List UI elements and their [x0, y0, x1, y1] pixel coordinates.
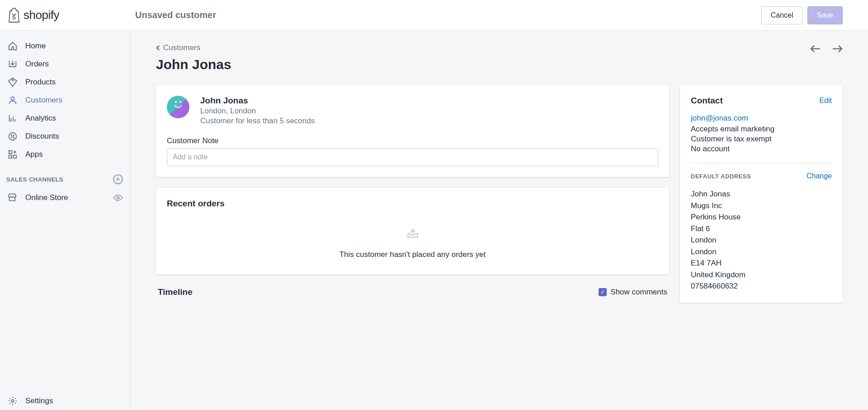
note-section: Customer Note — [156, 136, 669, 177]
shopify-bag-icon: S — [7, 8, 21, 23]
cancel-button[interactable]: Cancel — [761, 6, 803, 24]
change-address-button[interactable]: Change — [807, 172, 832, 180]
address-name: John Jonas — [691, 188, 832, 200]
avatar — [167, 96, 189, 118]
settings-icon — [7, 396, 18, 406]
recent-orders-title: Recent orders — [167, 199, 658, 209]
analytics-icon — [7, 113, 18, 124]
address-label: DEFAULT ADDRESS — [691, 173, 751, 180]
chevron-left-icon — [156, 45, 160, 51]
sidebar-item-analytics[interactable]: Analytics — [0, 109, 130, 127]
discounts-icon — [7, 131, 18, 142]
page-nav-arrows — [810, 43, 843, 56]
logo-text: shopify — [24, 8, 59, 22]
svg-rect-6 — [9, 151, 12, 154]
products-icon — [7, 77, 18, 88]
address-region: London — [691, 246, 832, 258]
contact-tax: Customer is tax exempt — [691, 135, 832, 144]
sidebar-item-orders[interactable]: Orders — [0, 55, 130, 73]
sidebar-item-settings[interactable]: Settings — [0, 392, 130, 410]
breadcrumb-label: Customers — [163, 43, 200, 52]
customer-info: John Jonas London, London Customer for l… — [200, 96, 315, 126]
sidebar-item-apps[interactable]: Apps — [0, 145, 130, 163]
content-grid: John Jonas London, London Customer for l… — [156, 85, 843, 303]
timeline-header: Timeline ✓ Show comments — [156, 287, 669, 297]
sidebar-item-label: Home — [25, 42, 46, 51]
svg-point-11 — [175, 102, 176, 102]
orders-icon — [7, 59, 18, 70]
svg-point-12 — [180, 102, 181, 102]
address-company: Mugs Inc — [691, 200, 832, 212]
address-line2: Flat 6 — [691, 223, 832, 235]
svg-text:S: S — [12, 14, 16, 21]
page-status-title: Unsaved customer — [135, 10, 216, 20]
customer-summary-card: John Jonas London, London Customer for l… — [156, 85, 669, 177]
show-comments-checkbox[interactable]: ✓ — [599, 288, 607, 296]
timeline-title: Timeline — [158, 287, 193, 297]
sidebar-item-label: Customers — [25, 96, 62, 105]
logo-section: S shopify — [7, 8, 131, 23]
customer-location: London, London — [200, 107, 315, 116]
apps-icon — [7, 149, 18, 160]
note-label: Customer Note — [167, 136, 658, 145]
sidebar-item-home[interactable]: Home — [0, 37, 130, 55]
edit-contact-button[interactable]: Edit — [819, 97, 832, 105]
customer-duration: Customer for less than 5 seconds — [200, 116, 315, 126]
contact-title: Contact — [691, 96, 723, 106]
sidebar-item-label: Apps — [25, 150, 43, 159]
topbar: S shopify Unsaved customer Cancel Save — [0, 0, 868, 31]
svg-point-1 — [12, 79, 14, 81]
channel-label: Online Store — [25, 193, 68, 202]
sidebar-item-label: Analytics — [25, 114, 56, 123]
sidebar-item-customers[interactable]: Customers — [0, 91, 130, 109]
next-customer-button[interactable] — [832, 43, 843, 56]
channel-online-store[interactable]: Online Store — [0, 189, 130, 207]
svg-point-2 — [11, 97, 14, 100]
contact-card: Contact Edit john@jonas.com Accepts emai… — [680, 85, 843, 303]
sidebar-item-label: Discounts — [25, 132, 59, 141]
page-header: Customers John Jonas — [156, 43, 843, 72]
customers-icon — [7, 95, 18, 106]
contact-marketing: Accepts email marketing — [691, 125, 832, 134]
sidebar: Home Orders Products Customers — [0, 31, 131, 410]
svg-point-9 — [117, 196, 119, 199]
show-comments-toggle[interactable]: ✓ Show comments — [599, 288, 667, 297]
prev-customer-button[interactable] — [810, 43, 821, 56]
shopify-logo[interactable]: S shopify — [7, 8, 59, 23]
main-content: Customers John Jonas — [131, 31, 868, 410]
store-icon — [7, 192, 18, 203]
sidebar-item-label: Orders — [25, 60, 49, 69]
customer-header: John Jonas London, London Customer for l… — [156, 85, 669, 136]
topbar-actions: Cancel Save — [761, 6, 861, 24]
contact-account: No account — [691, 144, 832, 154]
address-section: DEFAULT ADDRESS Change John Jonas Mugs I… — [691, 163, 832, 292]
empty-orders-state: This customer hasn't placed any orders y… — [167, 222, 658, 264]
contact-header: Contact Edit — [691, 96, 832, 106]
svg-rect-7 — [14, 155, 16, 158]
contact-email[interactable]: john@jonas.com — [691, 114, 832, 123]
customer-name: John Jonas — [200, 96, 315, 106]
svg-point-10 — [11, 400, 14, 402]
show-comments-label: Show comments — [610, 288, 667, 297]
home-icon — [7, 41, 18, 51]
sales-channels-label: SALES CHANNELS — [6, 176, 63, 183]
customer-note-input[interactable] — [167, 148, 658, 166]
sidebar-item-products[interactable]: Products — [0, 73, 130, 91]
page-title: John Jonas — [156, 57, 231, 72]
save-button[interactable]: Save — [807, 6, 843, 24]
sales-channels-header: SALES CHANNELS + — [0, 163, 130, 189]
sidebar-item-label: Products — [25, 78, 56, 87]
add-channel-button[interactable]: + — [113, 174, 123, 184]
svg-point-4 — [11, 135, 12, 135]
empty-orders-text: This customer hasn't placed any orders y… — [340, 250, 486, 259]
recent-orders-card: Recent orders This customer hasn't place… — [156, 188, 669, 275]
svg-rect-8 — [9, 155, 12, 158]
breadcrumb[interactable]: Customers — [156, 43, 231, 52]
address-header: DEFAULT ADDRESS Change — [691, 172, 832, 180]
view-store-icon[interactable] — [113, 193, 123, 203]
address-country: United Kingdom — [691, 269, 832, 281]
address-line1: Perkins House — [691, 211, 832, 223]
sidebar-item-discounts[interactable]: Discounts — [0, 127, 130, 145]
main-column: John Jonas London, London Customer for l… — [156, 85, 669, 297]
sidebar-item-label: Settings — [25, 396, 53, 405]
